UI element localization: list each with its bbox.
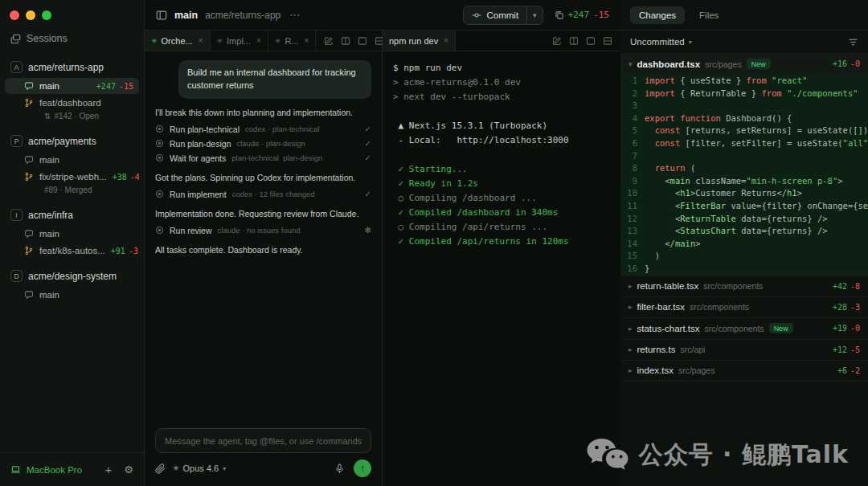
terminal-tab[interactable]: npm run dev ×	[383, 31, 456, 51]
code-text: <FilterBar value={filter} onChange={setF…	[645, 200, 868, 213]
session-row-fix-stripe[interactable]: fix/stripe-webh... +38 -4	[5, 169, 139, 185]
task-wait-for-agents[interactable]: Wait for agents plan-technical plan-desi…	[155, 151, 371, 165]
workspace-header[interactable]: I acme/infra	[0, 205, 144, 225]
chat-pane: ✳ Orche... × ✳ Impl... × ✳ R	[145, 31, 383, 486]
split-horizontal-icon[interactable]	[603, 36, 612, 46]
pr-status-text: #142 · Open	[54, 112, 99, 120]
file-path: src/components	[703, 281, 763, 291]
close-window-button[interactable]	[10, 10, 19, 20]
maximize-pane-icon[interactable]	[586, 36, 596, 46]
file-name: return-table.tsx	[637, 281, 699, 291]
file-row[interactable]: ▸ return-table.tsx src/components +42 -8	[620, 276, 868, 297]
task-check-icon: ✓	[365, 139, 371, 148]
workspace-header[interactable]: A acme/returns-app	[0, 57, 144, 77]
session-row-feat-k8s[interactable]: feat/k8s-autos... +91 -3	[5, 243, 139, 259]
chevron-right-icon[interactable]: ▸	[628, 282, 633, 290]
split-vertical-icon[interactable]	[569, 36, 579, 46]
task-run-plan-design[interactable]: Run plan-design claude · plan-design ✓	[155, 137, 371, 151]
file-row[interactable]: ▸ status-chart.tsx src/components New +1…	[620, 318, 868, 340]
new-chat-icon[interactable]	[324, 36, 334, 46]
workspace-letter-badge: P	[10, 135, 23, 147]
close-tab-icon[interactable]: ×	[305, 36, 309, 45]
tab-files[interactable]: Files	[690, 6, 727, 24]
terminal-line: - Local: http://localhost:3000	[393, 133, 610, 148]
pr-status-row: ⇅ #142 · Open	[0, 112, 144, 124]
agent-spinner-icon: ✳	[151, 37, 158, 45]
workspace-letter-badge: I	[10, 209, 23, 221]
new-terminal-icon[interactable]	[552, 36, 562, 46]
sort-filter-icon[interactable]	[848, 37, 858, 47]
line-number: 7	[620, 150, 645, 163]
line-number: 10	[620, 187, 645, 200]
chevron-right-icon[interactable]: ▸	[628, 366, 633, 374]
chevron-right-icon[interactable]: ▸	[628, 345, 633, 353]
code-text: <main className="min-h-screen p-8">	[645, 175, 868, 188]
maximize-pane-icon[interactable]	[358, 36, 367, 46]
branch-icon	[24, 246, 34, 255]
workspace-name: acme/payments	[28, 136, 96, 147]
line-number: 8	[620, 162, 645, 175]
agent-task-icon	[155, 226, 164, 235]
close-tab-icon[interactable]: ×	[444, 36, 448, 45]
code-text: import { useState } from "react"	[645, 75, 868, 88]
message-input[interactable]	[155, 428, 371, 453]
session-row-main-payments[interactable]: main	[5, 152, 139, 168]
deletions-count: -15	[593, 10, 609, 20]
device-name: MacBook Pro	[27, 465, 82, 475]
task-run-review[interactable]: Run review claude · no issues found ✻	[155, 223, 371, 238]
zoom-window-button[interactable]	[42, 10, 51, 20]
session-row-feat-dashboard[interactable]: feat/dashboard	[5, 95, 139, 111]
chat-tab[interactable]: ✳ Orche... ×	[145, 31, 211, 51]
minimize-window-button[interactable]	[26, 10, 35, 20]
code-text: </main>	[645, 238, 868, 251]
new-session-button[interactable]: +	[105, 464, 113, 476]
attach-file-icon[interactable]	[155, 464, 166, 474]
commit-dropdown-caret[interactable]: ▾	[527, 6, 542, 24]
model-caret-icon: ▾	[223, 465, 226, 472]
settings-gear-icon[interactable]: ⚙	[124, 464, 133, 475]
file-name: index.tsx	[637, 366, 674, 375]
tab-changes[interactable]: Changes	[630, 6, 685, 24]
session-row-main-design[interactable]: main	[5, 287, 139, 303]
model-selector[interactable]: ✳ Opus 4.6 ▾	[173, 464, 226, 473]
laptop-icon	[10, 464, 21, 475]
diff-icon	[555, 10, 564, 20]
file-row-dashboard-expanded[interactable]: ▾ dashboard.tsx src/pages New +16 -0	[620, 54, 868, 75]
more-options-icon[interactable]: ⋯	[289, 9, 300, 21]
diff-line: 15 )	[620, 250, 868, 263]
file-row[interactable]: ▸ returns.ts src/api +12 -5	[620, 340, 868, 361]
tab-label: R...	[285, 36, 298, 46]
session-row-main-returns[interactable]: main +247 -15	[5, 78, 139, 94]
close-tab-icon[interactable]: ×	[256, 36, 261, 45]
code-text: <StatusChart data={returns} />	[645, 225, 868, 238]
close-tab-icon[interactable]: ×	[199, 36, 203, 45]
task-run-implement[interactable]: Run implement codex · 12 files changed ✓	[155, 187, 371, 202]
commit-filter-dropdown[interactable]: Uncommitted	[630, 37, 685, 47]
file-path: src/api	[680, 345, 705, 354]
chat-tab[interactable]: ✳ R... ×	[268, 31, 317, 51]
mic-icon[interactable]	[334, 464, 345, 474]
split-vertical-icon[interactable]	[341, 36, 350, 46]
line-number: 4	[620, 112, 645, 125]
chat-transcript: Build me an internal dashboard for track…	[145, 51, 382, 422]
workspace-header[interactable]: D acme/design-system	[0, 266, 144, 286]
diff-view: 1 import { useState } from "react" 2 imp…	[620, 75, 868, 276]
chevron-right-icon[interactable]: ▸	[628, 303, 633, 311]
file-row[interactable]: ▸ filter-bar.tsx src/components +28 -3	[620, 297, 868, 318]
chevron-right-icon[interactable]: ▸	[628, 325, 633, 333]
task-run-plan-technical[interactable]: Run plan-technical codex · plan-technica…	[155, 122, 371, 137]
send-button[interactable]: ↑	[354, 459, 371, 477]
workspace-name: acme/returns-app	[28, 62, 104, 73]
workspace-header[interactable]: P acme/payments	[0, 131, 144, 151]
chat-tab[interactable]: ✳ Impl... ×	[211, 31, 268, 51]
line-number: 5	[620, 125, 645, 137]
file-row[interactable]: ▸ index.tsx src/pages +6 -2	[620, 361, 868, 382]
commit-button[interactable]: Commit ▾	[463, 6, 542, 25]
agent-message: Got the plans. Spinning up Codex for imp…	[155, 173, 371, 182]
session-row-main-infra[interactable]: main	[5, 226, 139, 242]
app-window: Sessions A acme/returns-app main +247 -1…	[0, 0, 868, 486]
panes: ✳ Orche... × ✳ Impl... × ✳ R	[145, 31, 620, 486]
sidebar-toggle-icon[interactable]	[156, 10, 167, 21]
diff-line: 4 export function Dashboard() {	[620, 112, 868, 125]
chevron-down-icon[interactable]: ▾	[628, 60, 633, 68]
